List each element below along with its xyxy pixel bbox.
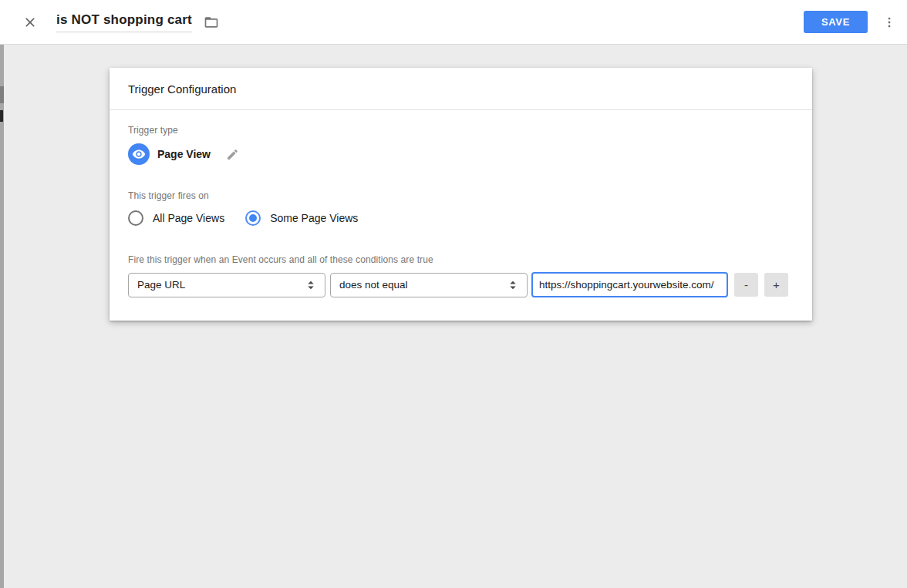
page-title: is NOT shopping cart: [56, 12, 192, 27]
close-icon[interactable]: [21, 13, 39, 32]
radio-icon: [128, 210, 143, 226]
card-body: Trigger type Page View This trigger fire…: [110, 110, 812, 321]
top-bar: is NOT shopping cart SAVE: [0, 0, 907, 45]
page-view-icon: [128, 143, 150, 165]
select-spinner-icon: [506, 278, 520, 292]
radio-icon: [245, 210, 261, 226]
conditions-label: Fire this trigger when an Event occurs a…: [128, 254, 794, 265]
page-edge-segment: [0, 86, 4, 103]
topbar-actions: SAVE: [804, 11, 907, 33]
select-spinner-icon: [304, 278, 318, 292]
radio-label: Some Page Views: [270, 212, 358, 224]
radio-some-page-views[interactable]: Some Page Views: [245, 210, 358, 226]
condition-row: Page URL does not equal - +: [128, 272, 794, 297]
operator-select-value: does not equal: [339, 279, 506, 291]
fires-on-label: This trigger fires on: [128, 190, 794, 201]
variable-select-value: Page URL: [137, 279, 304, 291]
trigger-configuration-card: Trigger Configuration Trigger type Page …: [110, 68, 812, 321]
folder-icon[interactable]: [203, 14, 220, 31]
more-menu-icon[interactable]: [880, 13, 899, 32]
radio-all-page-views[interactable]: All Page Views: [128, 210, 224, 226]
trigger-name-field[interactable]: is NOT shopping cart: [56, 12, 192, 32]
trigger-type-label: Trigger type: [128, 125, 794, 136]
page-edge-segment: [0, 110, 3, 122]
fires-on-options: All Page Views Some Page Views: [128, 210, 794, 226]
variable-select[interactable]: Page URL: [128, 273, 325, 297]
add-condition-button[interactable]: +: [764, 273, 788, 297]
page-edge-remnant: [0, 45, 4, 588]
save-button[interactable]: SAVE: [804, 11, 868, 33]
edit-pencil-icon[interactable]: [225, 147, 239, 161]
trigger-type-row[interactable]: Page View: [128, 143, 794, 165]
trigger-type-value: Page View: [157, 148, 211, 160]
card-title: Trigger Configuration: [110, 68, 812, 110]
remove-condition-button[interactable]: -: [734, 273, 758, 297]
condition-value-input[interactable]: [531, 272, 728, 297]
radio-label: All Page Views: [153, 212, 224, 224]
operator-select[interactable]: does not equal: [330, 273, 528, 297]
